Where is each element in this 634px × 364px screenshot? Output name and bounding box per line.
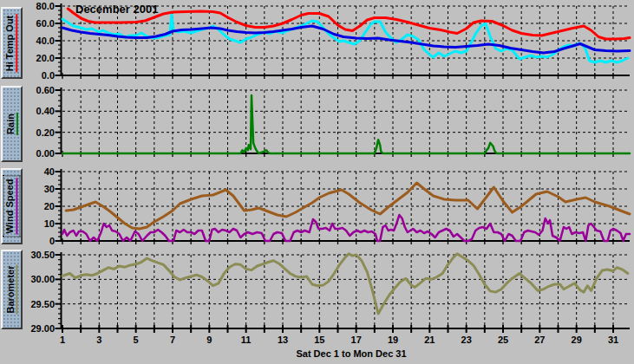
x-tick-label: 25 [498, 335, 508, 345]
y-tick-label: 0 [49, 236, 55, 246]
grid-rain [62, 90, 629, 153]
chart-panel-wind-speed: 403020100 [44, 166, 630, 246]
x-tick-label: 13 [278, 335, 288, 345]
y-tick-label: 10 [44, 218, 55, 229]
chart-panel-rain: 0.600.400.200.00 [36, 85, 630, 159]
x-tick-label: 3 [96, 335, 101, 345]
y-tick-label: 0.20 [36, 127, 55, 138]
x-tick-label: 15 [314, 335, 324, 345]
y-tick-label: 29.50 [30, 299, 55, 309]
x-tick-label: 5 [134, 335, 139, 345]
x-tick-label: 27 [534, 335, 545, 345]
y-tick-label: 20 [44, 201, 55, 211]
y-tick-label: 0.00 [36, 148, 55, 159]
x-tick-label: 7 [170, 335, 175, 345]
x-tick-label: 21 [424, 335, 435, 345]
x-tick-label: 19 [388, 335, 398, 345]
x-tick-label: 9 [206, 335, 212, 345]
weatherlink-plot-window: Hi Temp Out Rain Wind Speed Barometer 80… [0, 0, 634, 364]
y-tick-label: 29.00 [30, 323, 55, 334]
x-tick-label: 23 [461, 335, 472, 345]
y-tick-label: 80.0 [36, 1, 55, 11]
chart-canvas: 80.060.040.020.00.00.600.400.200.0040302… [0, 0, 634, 364]
y-tick-label: 30 [44, 184, 55, 194]
x-tick-label: 17 [351, 335, 362, 345]
x-tick-label: 11 [241, 335, 252, 345]
axes-barometer [56, 252, 631, 333]
y-tick-label: 0.0 [42, 70, 55, 81]
x-tick-label: 1 [60, 335, 65, 345]
grid-barometer [62, 255, 629, 328]
y-tick-label: 20.0 [36, 53, 55, 63]
y-tick-label: 40 [44, 166, 55, 177]
charts-layer: 80.060.040.020.00.00.600.400.200.0040302… [30, 1, 630, 345]
chart-panel-barometer: 30.5030.0029.5029.0013579111315171921232… [30, 250, 630, 345]
series-barometer-olive-line [62, 254, 628, 314]
x-tick-label: 29 [572, 335, 582, 345]
y-tick-label: 30.00 [30, 274, 55, 284]
x-tick-label: 31 [608, 335, 618, 345]
series-rain-line [62, 95, 630, 153]
y-tick-label: 30.50 [30, 250, 55, 260]
y-tick-label: 0.40 [36, 106, 55, 116]
x-axis-caption: Sat Dec 1 to Mon Dec 31 [296, 348, 406, 359]
axes-rain [56, 88, 631, 157]
plot-title: December 2001 [75, 3, 158, 16]
y-tick-label: 0.60 [36, 85, 55, 95]
y-tick-label: 60.0 [36, 18, 55, 29]
y-tick-label: 40.0 [36, 36, 55, 46]
